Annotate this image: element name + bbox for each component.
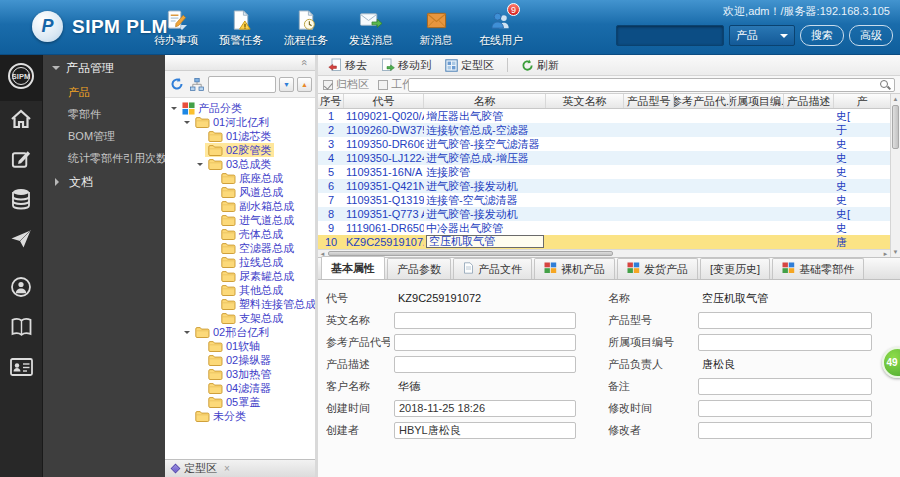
sidebar-item[interactable]: 统计零部件引用次数 [43,147,165,169]
rail-sipm-badge-button[interactable]: SIPM [0,55,42,101]
rail-book-button[interactable] [0,309,42,349]
tree-node[interactable]: 塑料连接管总成 [165,297,315,311]
advanced-search-button[interactable]: 高级 [849,25,893,46]
tab-product-files[interactable]: 产品文件 [453,258,532,279]
move-to-button[interactable]: 移动到 [375,56,437,75]
tree-node[interactable]: 03加热管 [165,367,315,381]
tree-node[interactable]: 其他总成 [165,283,315,297]
tree-node[interactable]: 02操纵器 [165,353,315,367]
send-message-button[interactable]: 发送消息 [345,5,397,48]
tree-node[interactable]: 01河北亿利 [165,115,315,129]
rail-send-button[interactable] [0,221,42,261]
archive-checkbox[interactable]: 归档区 [323,77,369,92]
refresh-button[interactable]: 刷新 [515,56,565,75]
search-icon[interactable] [879,79,891,91]
sidebar-item[interactable]: BOM管理 [43,125,165,147]
tree-node[interactable]: 04滤清器 [165,381,315,395]
tree-node[interactable]: 02胶管类 [165,143,315,157]
modified-time-field[interactable] [698,400,872,417]
column-header[interactable]: 所属项目编.. [730,94,784,108]
tab-bare-product[interactable]: 裸机产品 [534,258,615,279]
rail-home-button[interactable] [0,101,42,141]
table-row[interactable]: 31109350-DR606 A进气胶管-接空气滤清器史 [318,137,890,151]
tree-search-input[interactable] [208,76,276,93]
remark-field[interactable] [698,378,872,395]
rail-id-card-button[interactable] [0,349,42,389]
ref-code-field[interactable] [394,334,576,351]
tree-structure-icon[interactable] [188,76,205,93]
table-row[interactable]: 41109350-LJ1224Z/A进气胶管总成-增压器史 [318,151,890,165]
tab-change-history[interactable]: [变更历史] [700,258,770,279]
close-icon[interactable] [224,463,230,474]
tree-node[interactable]: 02邢台亿利 [165,325,315,339]
global-search-input[interactable] [616,25,724,46]
table-row[interactable]: 11109021-Q020/A增压器出气胶管史[ [318,109,890,123]
remove-button[interactable]: 移去 [322,56,373,75]
table-row[interactable]: 10KZ9C259191072空压机取气管唐 [318,235,890,249]
online-users-button[interactable]: 在线用户9 [475,5,527,48]
description-field[interactable] [394,356,576,373]
tree-node[interactable]: 壳体总成 [165,227,315,241]
column-header[interactable]: 名称 [424,94,546,108]
sidebar-group[interactable]: 文档 [43,169,165,195]
tree-node[interactable]: 进气道总成 [165,213,315,227]
tree-node[interactable]: 风道总成 [165,185,315,199]
model-field[interactable] [698,312,872,329]
column-header[interactable]: 序号 [318,94,344,108]
todo-items-button[interactable]: 待办事项 [150,5,202,48]
search-prev-button[interactable] [297,77,312,92]
table-row[interactable]: 71109351-Q1319D/A连接管-空气滤清器史 [318,193,890,207]
table-row[interactable]: 61109351-Q421N/A进气胶管-接发动机史 [318,179,890,193]
horizontal-scrollbar[interactable] [318,249,890,257]
tree-node[interactable]: 拉线总成 [165,255,315,269]
tree-node[interactable]: 底座总成 [165,171,315,185]
tab-shipped-product[interactable]: 发货产品 [617,258,698,279]
column-header[interactable]: 产品型号 [624,94,674,108]
vertical-scroll-thumb[interactable] [892,105,899,149]
rail-compose-button[interactable] [0,141,42,181]
search-category-select[interactable]: 产品 [729,25,795,46]
table-row[interactable]: 81109351-Q773 A进气胶管-接发动机史[ [318,207,890,221]
sidebar-group[interactable]: 产品管理 [43,55,165,81]
column-header[interactable]: 产品描述 [784,94,834,108]
creator-field[interactable]: HBYL唐松良 [394,422,576,439]
project-no-field[interactable] [698,334,872,351]
column-header[interactable]: 英文名称 [546,94,624,108]
tree-node[interactable]: 副水箱总成 [165,199,315,213]
scroll-up-arrow[interactable] [891,94,900,104]
tree-node[interactable]: 支架总成 [165,311,315,325]
tab-product-params[interactable]: 产品参数 [387,258,451,279]
tree-node[interactable]: 尿素罐总成 [165,269,315,283]
tree-node[interactable]: 空滤器总成 [165,241,315,255]
tree-node[interactable]: 03总成类 [165,157,315,171]
sidebar-item[interactable]: 产品 [43,81,165,103]
rail-database-button[interactable] [0,181,42,221]
column-header[interactable]: 代号 [344,94,424,108]
created-time-field[interactable]: 2018-11-25 18:26 [394,400,576,417]
finalize-zone-tab[interactable]: 定型区 [172,461,230,476]
en-name-field[interactable] [394,312,576,329]
alert-tasks-button[interactable]: 预警任务 [215,5,267,48]
tree-node[interactable]: 产品分类 [165,101,315,115]
tree-node[interactable]: 05罩盖 [165,395,315,409]
sidebar-item[interactable]: 零部件 [43,103,165,125]
column-header[interactable]: 参考产品代.. [674,94,730,108]
tab-base-parts[interactable]: 基础零部件 [772,258,864,279]
modifier-field[interactable] [698,422,872,439]
rail-broadcast-button[interactable] [0,269,42,309]
inline-edit-box[interactable]: 空压机取气管 [426,235,544,248]
tab-basic-props[interactable]: 基本属性 [321,256,385,279]
vertical-scrollbar[interactable] [890,94,900,257]
table-filter-input[interactable] [408,78,895,92]
tree-node[interactable]: 01软轴 [165,339,315,353]
table-row[interactable]: 91119061-DR650/B中冷器出气胶管史 [318,221,890,235]
tree-node[interactable]: 未分类 [165,409,315,423]
tree-refresh-icon[interactable] [168,76,185,93]
process-tasks-button[interactable]: 流程任务 [280,5,332,48]
new-message-button[interactable]: 新消息 [410,5,462,48]
search-button[interactable]: 搜索 [800,25,844,46]
table-row[interactable]: 51109351-16N/A连接胶管史 [318,165,890,179]
table-row[interactable]: 21109260-DW375连接软管总成-空滤器于 [318,123,890,137]
collapse-up-icon[interactable] [297,59,310,65]
finalize-zone-button[interactable]: 定型区 [439,56,500,75]
